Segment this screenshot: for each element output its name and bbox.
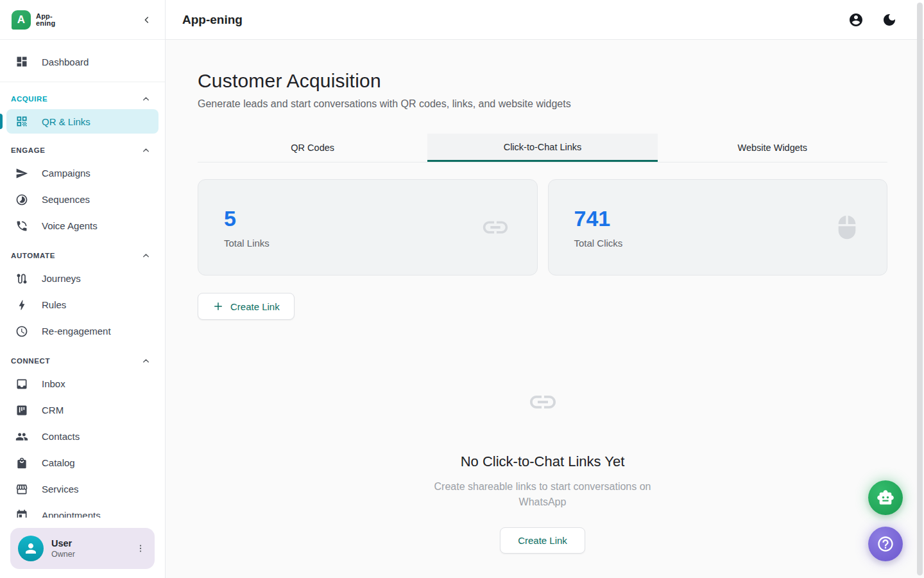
sidebar-item-contacts[interactable]: Contacts	[0, 423, 165, 450]
sidebar-item-crm[interactable]: CRM	[0, 397, 165, 423]
app-logo: A App- ening	[12, 10, 55, 30]
sidebar-user-area: User Owner	[0, 518, 165, 578]
sidebar-section-connect[interactable]: CONNECT	[0, 351, 165, 371]
sidebar-item-inbox[interactable]: Inbox	[0, 371, 165, 397]
sidebar-item-label: QR & Links	[42, 116, 90, 127]
sidebar-item-label: Journeys	[42, 273, 81, 284]
sidebar-divider	[0, 82, 165, 82]
sidebar-item-services[interactable]: Services	[0, 476, 165, 502]
page-header-title: App-ening	[182, 13, 243, 27]
inbox-icon	[15, 378, 28, 390]
sidebar-item-journeys[interactable]: Journeys	[0, 265, 165, 292]
sidebar-item-label: Dashboard	[42, 57, 89, 67]
sidebar-item-label: Voice Agents	[42, 220, 98, 231]
stat-card-total-clicks: 741 Total Clicks	[548, 179, 888, 276]
tab-qr-codes[interactable]: QR Codes	[198, 134, 427, 162]
voice-phone-icon	[15, 220, 28, 232]
page-subtitle: Generate leads and start conversations w…	[198, 98, 887, 110]
sidebar-item-label: Services	[42, 484, 79, 495]
content-area: Customer Acquisition Generate leads and …	[166, 40, 924, 578]
empty-state-title: No Click-to-Chat Links Yet	[461, 453, 625, 470]
top-header: App-ening	[166, 0, 924, 40]
dark-mode-moon-icon[interactable]	[882, 12, 897, 28]
sidebar-nav: Dashboard ACQUIRE QR & Links ENGAGE Camp…	[0, 40, 165, 518]
plus-icon	[212, 301, 224, 312]
section-label: CONNECT	[11, 357, 50, 365]
user-card[interactable]: User Owner	[10, 528, 155, 569]
sidebar-item-sequences[interactable]: Sequences	[0, 186, 165, 213]
user-avatar	[18, 536, 44, 561]
link-icon	[527, 387, 558, 417]
header-actions	[848, 12, 897, 28]
page-title: Customer Acquisition	[198, 70, 887, 92]
stat-card-total-links: 5 Total Links	[198, 179, 538, 276]
app-logo-icon: A	[12, 10, 31, 30]
stat-label: Total Clicks	[574, 238, 623, 249]
sidebar-item-label: Catalog	[42, 457, 75, 468]
sidebar: A App- ening Dashboard ACQUIRE QR & Link…	[0, 0, 166, 578]
stats-row: 5 Total Links 741 Total Clicks	[198, 179, 887, 276]
kebab-menu-icon	[135, 543, 146, 554]
route-icon	[15, 272, 28, 285]
sidebar-item-rules[interactable]: Rules	[0, 292, 165, 318]
tab-website-widgets[interactable]: Website Widgets	[658, 134, 887, 162]
sidebar-item-re-engagement[interactable]: Re-engagement	[0, 318, 165, 344]
create-link-button[interactable]: Create Link	[198, 293, 295, 320]
tab-click-to-chat-links[interactable]: Click-to-Chat Links	[427, 134, 657, 162]
dashboard-icon	[15, 55, 28, 68]
user-menu-button[interactable]	[133, 541, 148, 556]
kanban-icon	[15, 404, 28, 417]
chevron-up-icon	[141, 356, 151, 366]
main-area: App-ening Customer Acquisition Generate …	[166, 0, 924, 578]
sidebar-item-label: Campaigns	[42, 168, 90, 179]
send-icon	[15, 167, 28, 180]
user-meta: User Owner	[51, 538, 125, 559]
stat-text: 741 Total Clicks	[574, 206, 623, 249]
sidebar-item-label: Appointments	[42, 510, 101, 518]
person-icon	[23, 541, 38, 556]
sidebar-item-appointments[interactable]: Appointments	[0, 502, 165, 518]
empty-state-create-link-button[interactable]: Create Link	[500, 527, 585, 554]
sidebar-item-label: Re-engagement	[42, 326, 111, 337]
sequence-icon	[15, 193, 28, 206]
page-scrollbar[interactable]	[917, 3, 923, 575]
create-link-button-label: Create Link	[230, 301, 280, 312]
sidebar-section-engage[interactable]: ENGAGE	[0, 141, 165, 160]
account-circle-icon[interactable]	[848, 12, 864, 28]
sidebar-item-catalog[interactable]: Catalog	[0, 450, 165, 476]
sidebar-item-dashboard[interactable]: Dashboard	[0, 49, 165, 74]
sidebar-item-qr-links[interactable]: QR & Links	[6, 109, 158, 134]
stat-value: 5	[224, 206, 270, 231]
mouse-icon	[834, 215, 860, 240]
section-label: AUTOMATE	[11, 252, 55, 259]
stat-label: Total Links	[224, 238, 270, 249]
section-label: ACQUIRE	[11, 95, 47, 103]
help-fab[interactable]	[868, 527, 903, 561]
bolt-icon	[15, 299, 28, 311]
empty-state: No Click-to-Chat Links Yet Create sharea…	[198, 387, 887, 554]
chatbot-fab[interactable]	[868, 480, 903, 515]
app-logo-text: App- ening	[36, 13, 55, 27]
empty-state-description: Create shareable links to start conversa…	[421, 479, 665, 510]
chevron-left-icon	[142, 15, 152, 25]
sidebar-item-label: Inbox	[42, 378, 65, 389]
sidebar-item-voice-agents[interactable]: Voice Agents	[0, 213, 165, 239]
shopping-bag-icon	[15, 457, 28, 469]
people-icon	[15, 430, 28, 443]
chevron-up-icon	[141, 251, 151, 261]
sidebar-item-label: Rules	[42, 299, 66, 310]
chevron-up-icon	[141, 94, 151, 104]
sidebar-section-acquire[interactable]: ACQUIRE	[0, 89, 165, 109]
clock-icon	[15, 325, 28, 338]
chevron-up-icon	[141, 146, 151, 155]
help-icon	[877, 535, 894, 553]
sidebar-collapse-button[interactable]	[139, 12, 155, 28]
user-role: Owner	[51, 550, 125, 559]
sidebar-section-automate[interactable]: AUTOMATE	[0, 246, 165, 265]
sidebar-item-label: Contacts	[42, 431, 80, 442]
sidebar-item-label: CRM	[42, 405, 64, 416]
tab-bar: QR Codes Click-to-Chat Links Website Wid…	[198, 134, 887, 162]
storefront-icon	[15, 483, 28, 496]
app-logo-text-line2: ening	[36, 20, 55, 27]
sidebar-item-campaigns[interactable]: Campaigns	[0, 160, 165, 186]
